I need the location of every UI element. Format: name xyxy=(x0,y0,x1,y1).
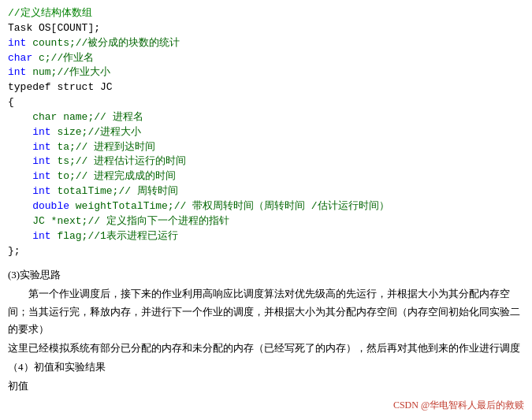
code-line-int-size: int size;//进程大小 xyxy=(8,125,524,140)
section-label-3: (3)实验思路 xyxy=(8,266,524,284)
code-line-int-ta: int ta;// 进程到达时间 xyxy=(8,140,524,155)
code-line-char-name: char name;// 进程名 xyxy=(8,110,524,125)
code-line-int-to: int to;// 进程完成成的时间 xyxy=(8,169,524,184)
watermark: CSDN @华电智科人最后的救赎 xyxy=(393,399,524,412)
code-comment-struct: //定义结构体数组 xyxy=(8,6,524,21)
code-line-int-ts: int ts;// 进程估计运行的时间 xyxy=(8,154,524,169)
code-line-jc-next: JC *next;// 定义指向下一个进程的指针 xyxy=(8,214,524,229)
code-line-brace-close: }; xyxy=(8,244,524,259)
code-line-brace-open: { xyxy=(8,95,524,110)
code-line-double-weight: double weightTotalTime;// 带权周转时间（周转时间 /估… xyxy=(8,199,524,214)
code-line-typedef: typedef struct JC xyxy=(8,80,524,95)
section-paragraph-1: 第一个作业调度后，接下来的作业利用高响应比调度算法对优先级高的先运行，并根据大小… xyxy=(8,285,524,337)
section-label-4: （4）初值和实验结果 xyxy=(8,359,524,376)
code-block: //定义结构体数组 Task OS[COUNT]; int counts;//被… xyxy=(8,6,524,258)
code-line-counts: int counts;//被分成的块数的统计 xyxy=(8,36,524,51)
code-line-task: Task OS[COUNT]; xyxy=(8,21,524,36)
code-line-int-flag: int flag;//1表示进程已运行 xyxy=(8,229,524,244)
section-label-chuzhi: 初值 xyxy=(8,377,524,395)
code-line-num: int num;//作业大小 xyxy=(8,65,524,80)
page-wrapper: //定义结构体数组 Task OS[COUNT]; int counts;//被… xyxy=(0,0,532,420)
code-line-int-totaltime: int totalTime;// 周转时间 xyxy=(8,184,524,199)
text-section: (3)实验思路 第一个作业调度后，接下来的作业利用高响应比调度算法对优先级高的先… xyxy=(8,266,524,395)
section-paragraph-2: 这里已经模拟系统有部分已分配的内存和未分配的内存（已经写死了的内存），然后再对其… xyxy=(8,340,524,357)
page-container: //定义结构体数组 Task OS[COUNT]; int counts;//被… xyxy=(0,0,532,404)
code-line-char-c: char c;//作业名 xyxy=(8,51,524,66)
